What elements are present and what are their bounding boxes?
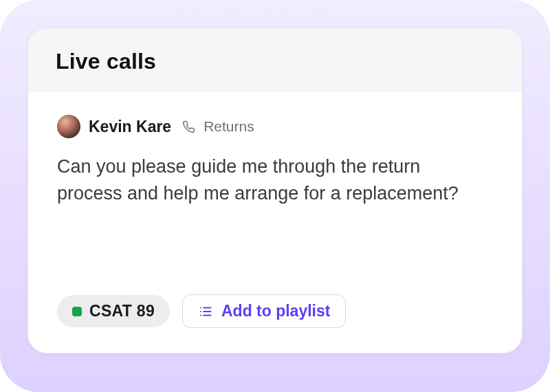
section-title: Live calls — [56, 49, 494, 74]
add-to-playlist-button[interactable]: Add to playlist — [182, 294, 346, 328]
card-header: Live calls — [28, 28, 522, 91]
caller-name: Kevin Kare — [89, 118, 171, 136]
call-message: Can you please guide me through the retu… — [57, 153, 470, 207]
add-to-playlist-label: Add to playlist — [221, 302, 330, 320]
live-calls-card: Live calls Kevin Kare Returns Can you pl… — [28, 28, 522, 353]
csat-badge: CSAT 89 — [57, 295, 170, 327]
status-dot-icon — [72, 307, 82, 316]
page-background: Live calls Kevin Kare Returns Can you pl… — [0, 0, 550, 392]
csat-value: CSAT 89 — [89, 302, 155, 320]
action-row: CSAT 89 Add to playlist — [57, 294, 493, 328]
card-body: Kevin Kare Returns Can you please guide … — [28, 91, 522, 353]
svg-point-4 — [200, 310, 201, 312]
playlist-icon — [198, 304, 213, 319]
svg-point-3 — [200, 307, 201, 308]
call-topic: Returns — [204, 118, 254, 135]
caller-row: Kevin Kare Returns — [57, 115, 493, 138]
avatar — [57, 115, 80, 138]
svg-point-5 — [200, 314, 201, 316]
phone-icon — [182, 120, 195, 133]
